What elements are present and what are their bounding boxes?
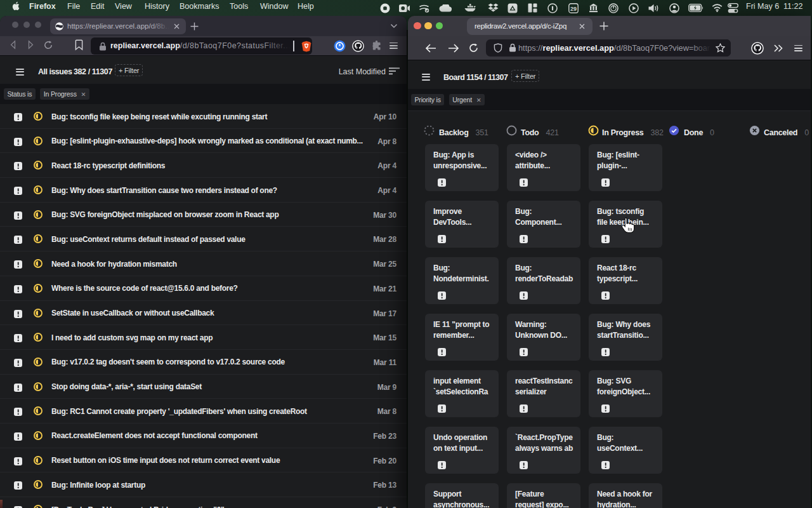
svg-text:29: 29 <box>570 5 577 11</box>
